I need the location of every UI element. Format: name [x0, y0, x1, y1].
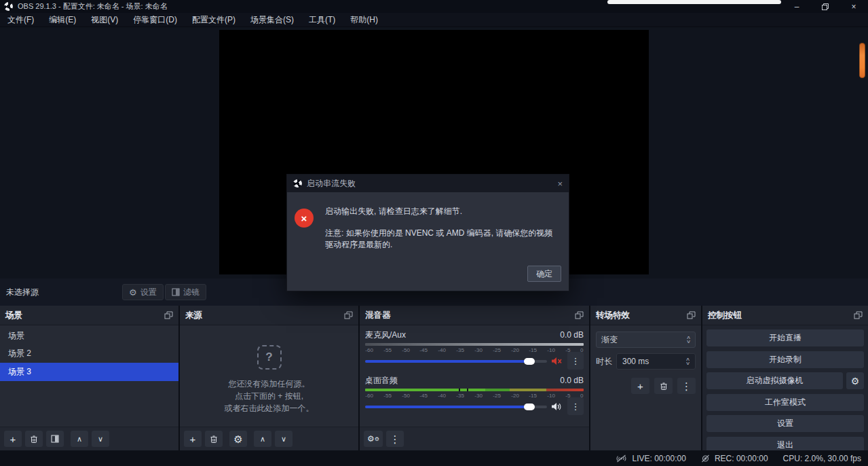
source-filters-button[interactable]: 滤镜: [165, 284, 206, 300]
scene-item[interactable]: 场景: [0, 327, 178, 345]
mixer-channel-mic: 麦克风/Aux 0.0 dB -60-55-50-45-40-35-30-25-…: [365, 329, 584, 368]
trash-icon: [30, 435, 38, 444]
menu-scene-collection[interactable]: 场景集合(S): [243, 13, 301, 26]
menu-help[interactable]: 帮助(H): [343, 13, 385, 26]
mixer-channel-desktop: 桌面音频 0.0 dB -60-55-50-45-40-35-30-25-20-…: [365, 375, 584, 413]
plus-icon: +: [637, 381, 643, 391]
volume-slider[interactable]: [365, 406, 547, 408]
controls-dock: 控制按钮 开始直播 开始录制 启动虚拟摄像机 ⚙ 工作室模式 设置 退出: [702, 306, 868, 450]
plus-icon: +: [10, 434, 16, 444]
menu-docks[interactable]: 停靠窗口(D): [126, 13, 185, 26]
popout-icon[interactable]: [854, 311, 863, 319]
add-transition-button[interactable]: +: [631, 378, 649, 394]
start-streaming-button[interactable]: 开始直播: [706, 329, 864, 346]
duration-label: 时长: [596, 356, 612, 368]
spinbox-arrows[interactable]: ∧ ∨: [686, 357, 690, 365]
channel-name: 桌面音频: [365, 375, 398, 387]
mixer-menu-button[interactable]: ⋮: [386, 431, 404, 447]
question-box-icon: ?: [257, 345, 282, 370]
chevron-down-icon: ∨: [686, 340, 691, 344]
error-x-glyph: ×: [301, 213, 307, 224]
gears-icon: ⚙⚙: [367, 434, 379, 444]
remove-scene-button[interactable]: [25, 431, 43, 447]
popout-icon[interactable]: [164, 311, 173, 319]
move-source-up-button[interactable]: ∧: [254, 431, 271, 447]
transitions-dock-title: 转场特效: [596, 310, 630, 321]
scrollbar-thumb[interactable]: [859, 43, 865, 78]
remove-source-button[interactable]: [205, 431, 223, 447]
advanced-audio-button[interactable]: ⚙⚙: [364, 431, 383, 447]
minimize-button[interactable]: –: [782, 0, 811, 13]
volume-slider[interactable]: [365, 360, 547, 363]
window-controls: – ×: [782, 0, 868, 13]
scene-filters-button[interactable]: [46, 431, 64, 447]
start-virtual-camera-button[interactable]: 启动虚拟摄像机: [706, 372, 843, 389]
scenes-toolbar: + ∧ ∨: [0, 427, 178, 450]
statusbar: LIVE: 00:00:00 REC: 00:00:00 CPU: 2.0%, …: [0, 450, 868, 466]
gear-icon: ⚙: [233, 434, 242, 444]
restore-button[interactable]: [811, 0, 839, 13]
duration-row: 时长 300 ms ∧ ∨: [596, 353, 696, 370]
add-scene-button[interactable]: +: [4, 431, 22, 447]
source-properties-label: 设置: [140, 287, 157, 298]
menubar: 文件(F) 编辑(E) 视图(V) 停靠窗口(D) 配置文件(P) 场景集合(S…: [0, 13, 868, 27]
controls-dock-header: 控制按钮: [702, 306, 868, 325]
window-title: OBS 29.1.3 - 配置文件: 未命名 - 场景: 未命名: [18, 1, 168, 12]
sources-empty-state: ? 您还没有添加任何源。 点击下面的 + 按钮, 或者右击此处添加一个。: [180, 345, 358, 414]
duration-spinbox[interactable]: 300 ms ∧ ∨: [616, 353, 696, 370]
ok-button[interactable]: 确定: [527, 266, 561, 282]
question-glyph: ?: [265, 351, 272, 364]
menu-file[interactable]: 文件(F): [0, 13, 41, 26]
menu-profile[interactable]: 配置文件(P): [185, 13, 243, 26]
close-button[interactable]: ×: [839, 0, 868, 13]
sources-empty-line: 您还没有添加任何源。: [180, 378, 358, 390]
sources-toolbar: + ⚙ ∧ ∨: [180, 427, 358, 450]
source-properties-button[interactable]: ⚙ 设置: [122, 284, 164, 300]
dots-icon: ⋮: [571, 401, 580, 412]
live-time: LIVE: 00:00:00: [632, 454, 685, 463]
menu-edit[interactable]: 编辑(E): [41, 13, 83, 26]
scene-item-label: 场景 2: [8, 348, 31, 359]
add-source-button[interactable]: +: [184, 431, 202, 447]
move-scene-down-button[interactable]: ∨: [92, 431, 109, 447]
move-source-down-button[interactable]: ∨: [275, 431, 293, 447]
volume-slider-handle[interactable]: [524, 358, 535, 365]
chevron-up-icon: ∧: [77, 434, 82, 444]
channel-menu-button[interactable]: ⋮: [567, 397, 584, 415]
channel-db-value: 0.0 dB: [560, 376, 584, 385]
popout-icon[interactable]: [687, 311, 696, 319]
plus-icon: +: [190, 434, 196, 444]
sources-dock-header: 来源: [180, 306, 358, 325]
dialog-footer: 确定: [287, 255, 569, 291]
transitions-dock: 转场特效 渐变 ∧ ∨ 时长 300 ms ∧ ∨ +: [590, 306, 701, 450]
source-properties-toolbar-button[interactable]: ⚙: [229, 431, 247, 447]
live-status: LIVE: 00:00:00: [616, 454, 685, 463]
channel-menu-button[interactable]: ⋮: [567, 352, 584, 370]
mixer-dock: 混音器 麦克风/Aux 0.0 dB -60-55-50-45-40-35-30…: [360, 306, 589, 450]
filter-icon: [172, 288, 180, 296]
popout-icon[interactable]: [344, 311, 353, 319]
scene-item[interactable]: 场景 2: [0, 345, 178, 363]
mixer-dock-header: 混音器: [360, 306, 589, 325]
menu-tools[interactable]: 工具(T): [301, 13, 343, 26]
virtual-camera-config-button[interactable]: ⚙: [846, 372, 864, 389]
dialog-close-button[interactable]: ×: [557, 179, 563, 189]
minimize-icon: –: [795, 2, 799, 12]
speaker-muted-icon[interactable]: [551, 357, 562, 365]
move-scene-up-button[interactable]: ∧: [71, 431, 88, 447]
scene-item-label: 场景: [8, 330, 24, 342]
trash-icon: [660, 382, 668, 391]
speaker-on-icon[interactable]: [551, 402, 562, 411]
obs-logo-icon: [293, 179, 302, 187]
transition-select[interactable]: 渐变 ∧ ∨: [596, 331, 696, 348]
transition-properties-button[interactable]: ⋮: [677, 378, 696, 394]
popout-icon[interactable]: [575, 311, 584, 319]
exit-button[interactable]: 退出: [706, 437, 864, 451]
remove-transition-button[interactable]: [654, 378, 673, 394]
studio-mode-button[interactable]: 工作室模式: [706, 394, 864, 411]
menu-view[interactable]: 视图(V): [83, 13, 126, 26]
start-recording-button[interactable]: 开始录制: [706, 351, 864, 368]
volume-slider-handle[interactable]: [524, 404, 535, 410]
settings-button[interactable]: 设置: [706, 415, 864, 432]
scene-item-selected[interactable]: 场景 3: [0, 363, 178, 381]
